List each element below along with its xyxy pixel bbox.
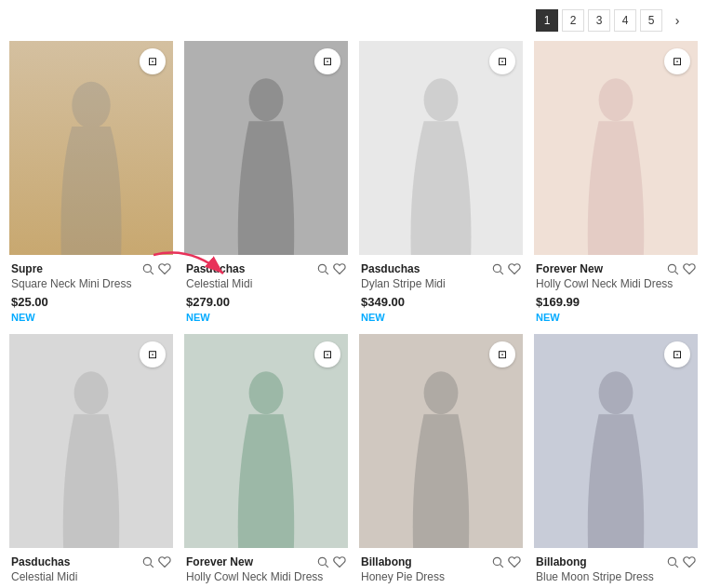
product-name-p8[interactable]: Blue Moon Stripe Dress — [536, 570, 696, 585]
action-icons-p4 — [666, 262, 696, 275]
svg-line-15 — [151, 564, 153, 567]
compare-btn-p8[interactable]: ⊡ — [664, 341, 690, 368]
product-image-p1[interactable]: ⊡ — [9, 41, 173, 255]
product-name-p5[interactable]: Celestial Midi — [11, 570, 171, 585]
wishlist-icon[interactable] — [333, 262, 346, 275]
wishlist-icon[interactable] — [158, 262, 171, 275]
brand-row-p5: Pasduchas — [11, 555, 171, 568]
product-image-p7[interactable]: ⊡ — [359, 334, 523, 548]
wishlist-icon[interactable] — [508, 555, 521, 568]
product-name-p1[interactable]: Square Neck Mini Dress — [11, 277, 171, 292]
product-card-p5: ⊡PasduchasCelestial Midi$279.00 — [9, 334, 173, 588]
compare-btn-p6[interactable]: ⊡ — [314, 341, 340, 368]
product-name-p6[interactable]: Holly Cowl Neck Midi Dress — [186, 570, 346, 585]
product-image-p8[interactable]: ⊡ — [534, 334, 698, 548]
product-price-p3: $349.00 — [361, 295, 521, 309]
svg-point-4 — [249, 78, 284, 121]
svg-line-18 — [326, 564, 328, 567]
product-card-p4: ⊡Forever NewHolly Cowl Neck Midi Dress$1… — [534, 41, 698, 323]
pagination-next[interactable]: › — [666, 9, 688, 32]
svg-line-12 — [675, 272, 678, 274]
compare-btn-p5[interactable]: ⊡ — [140, 341, 166, 368]
search-icon[interactable] — [316, 555, 329, 568]
brand-label-p5: Pasduchas — [11, 555, 70, 568]
product-grid-wrapper: ⊡SupreSquare Neck Mini Dress$25.00NEW⊡Pa… — [9, 41, 698, 588]
brand-label-p7: Billabong — [361, 555, 412, 568]
pagination-bar: 12345› — [9, 9, 698, 32]
search-icon[interactable] — [491, 555, 504, 568]
compare-btn-p1[interactable]: ⊡ — [140, 48, 166, 74]
brand-label-p4: Forever New — [536, 262, 603, 275]
search-icon[interactable] — [141, 555, 154, 568]
product-card-p2: ⊡PasduchasCelestial Midi$279.00NEW — [184, 41, 348, 323]
product-price-p1: $25.00 — [11, 295, 171, 309]
action-icons-p3 — [491, 262, 521, 275]
brand-label-p2: Pasduchas — [186, 262, 245, 275]
svg-point-13 — [74, 371, 109, 414]
product-name-p4[interactable]: Holly Cowl Neck Midi Dress — [536, 277, 696, 292]
product-name-p2[interactable]: Celestial Midi — [186, 277, 346, 292]
compare-btn-p7[interactable]: ⊡ — [489, 341, 515, 368]
page-btn-3[interactable]: 3 — [588, 9, 610, 32]
svg-line-3 — [151, 272, 153, 274]
search-icon[interactable] — [316, 262, 329, 275]
new-badge-p4: NEW — [536, 312, 696, 323]
page-btn-4[interactable]: 4 — [614, 9, 636, 32]
product-image-p6[interactable]: ⊡ — [184, 334, 348, 548]
page-btn-2[interactable]: 2 — [562, 9, 584, 32]
product-card-p3: ⊡PasduchasDylan Stripe Midi$349.00NEW — [359, 41, 523, 323]
search-icon[interactable] — [141, 262, 154, 275]
action-icons-p6 — [316, 555, 346, 568]
svg-point-10 — [599, 78, 634, 121]
svg-point-16 — [249, 371, 284, 414]
product-card-p6: ⊡Forever NewHolly Cowl Neck Midi Dress$1… — [184, 334, 348, 588]
wishlist-icon[interactable] — [683, 262, 696, 275]
product-image-p3[interactable]: ⊡ — [359, 41, 523, 255]
product-image-p5[interactable]: ⊡ — [9, 334, 173, 548]
new-badge-p3: NEW — [361, 312, 521, 323]
wishlist-icon[interactable] — [683, 555, 696, 568]
compare-btn-p2[interactable]: ⊡ — [314, 48, 340, 74]
brand-label-p3: Pasduchas — [361, 262, 420, 275]
svg-point-7 — [424, 78, 459, 121]
wishlist-icon[interactable] — [158, 555, 171, 568]
product-image-p2[interactable]: ⊡ — [184, 41, 348, 255]
svg-point-23 — [668, 557, 675, 565]
brand-row-p8: Billabong — [536, 555, 696, 568]
action-icons-p2 — [316, 262, 346, 275]
svg-point-22 — [599, 371, 634, 414]
page-btn-1[interactable]: 1 — [536, 9, 558, 32]
new-badge-p2: NEW — [186, 312, 346, 323]
search-icon[interactable] — [666, 262, 679, 275]
svg-line-24 — [675, 564, 678, 567]
product-name-p7[interactable]: Honey Pie Dress — [361, 570, 521, 585]
svg-line-6 — [326, 272, 328, 274]
search-icon[interactable] — [666, 555, 679, 568]
wishlist-icon[interactable] — [333, 555, 346, 568]
brand-row-p1: Supre — [11, 262, 171, 275]
compare-btn-p3[interactable]: ⊡ — [489, 48, 515, 74]
svg-point-17 — [318, 557, 326, 565]
action-icons-p8 — [666, 555, 696, 568]
product-info-p7: BillabongHoney Pie Dress$89.99NEW — [359, 555, 523, 588]
brand-label-p8: Billabong — [536, 555, 587, 568]
action-icons-p5 — [141, 555, 171, 568]
product-info-p5: PasduchasCelestial Midi$279.00 — [9, 555, 173, 588]
brand-label-p6: Forever New — [186, 555, 253, 568]
product-image-p4[interactable]: ⊡ — [534, 41, 698, 255]
svg-point-2 — [143, 264, 151, 272]
page-btn-5[interactable]: 5 — [640, 9, 662, 32]
product-price-p2: $279.00 — [186, 295, 346, 309]
action-icons-p7 — [491, 555, 521, 568]
search-icon[interactable] — [491, 262, 504, 275]
wishlist-icon[interactable] — [508, 262, 521, 275]
product-name-p3[interactable]: Dylan Stripe Midi — [361, 277, 521, 292]
svg-point-20 — [493, 557, 500, 565]
product-info-p4: Forever NewHolly Cowl Neck Midi Dress$16… — [534, 262, 698, 323]
compare-btn-p4[interactable]: ⊡ — [664, 48, 690, 74]
svg-point-19 — [424, 371, 459, 414]
brand-label-p1: Supre — [11, 262, 43, 275]
product-card-p1: ⊡SupreSquare Neck Mini Dress$25.00NEW — [9, 41, 173, 323]
svg-point-8 — [493, 264, 500, 272]
svg-point-14 — [143, 557, 151, 565]
